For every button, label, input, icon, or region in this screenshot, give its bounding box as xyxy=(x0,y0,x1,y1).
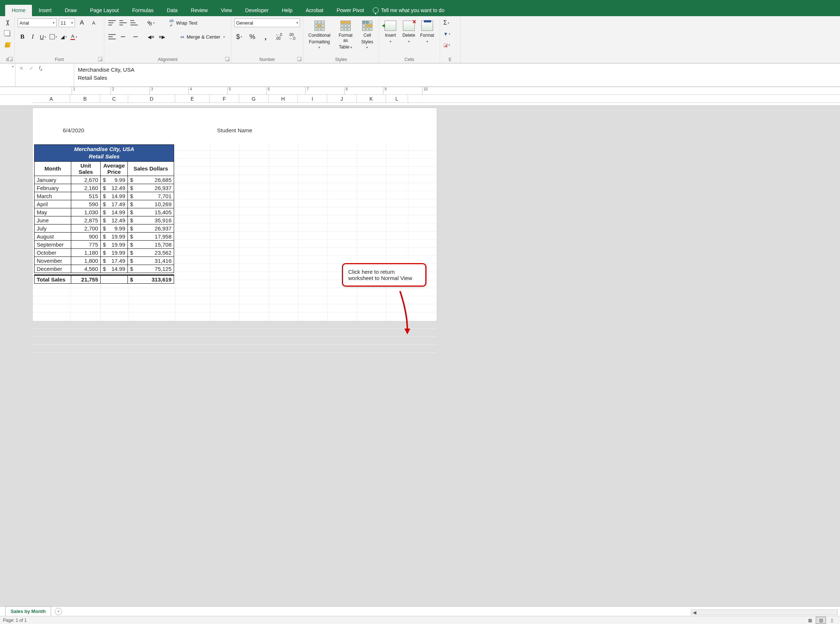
delete-cells-button[interactable]: Delete▾ xyxy=(400,19,417,44)
col-header-K[interactable]: K xyxy=(357,95,386,102)
italic-button[interactable]: I xyxy=(28,32,37,41)
insert-cells-button[interactable]: Insert▾ xyxy=(382,19,399,44)
cut-button[interactable] xyxy=(3,19,12,27)
col-header-H[interactable]: H xyxy=(268,95,298,102)
dialog-launcher-icon[interactable] xyxy=(8,57,13,61)
table-row[interactable]: February2,160$12.49$26,937 xyxy=(34,184,174,192)
col-header-B[interactable]: B xyxy=(70,95,100,102)
orientation-button[interactable]: ab▾ xyxy=(146,19,156,27)
tab-data[interactable]: Data xyxy=(160,5,184,16)
fx-icon[interactable]: fx xyxy=(39,65,42,72)
col-header-D[interactable]: D xyxy=(128,95,175,102)
tab-draw[interactable]: Draw xyxy=(58,5,83,16)
decrease-indent-button[interactable]: ◀≡ xyxy=(146,32,156,41)
increase-font-button[interactable]: A xyxy=(77,19,87,27)
tab-formulas[interactable]: Formulas xyxy=(126,5,160,16)
tell-me[interactable]: Tell me what you want to do xyxy=(371,5,451,16)
new-sheet-button[interactable]: + xyxy=(55,608,62,615)
table-row[interactable]: January2,670$9.99$26,685 xyxy=(34,176,174,184)
fill-button[interactable]: ▼▾ xyxy=(443,29,451,38)
scroll-left-button[interactable]: ◀ xyxy=(691,610,698,615)
table-row[interactable]: June2,875$12.49$35,916 xyxy=(34,216,174,224)
tab-view[interactable]: View xyxy=(214,5,239,16)
header-left[interactable]: 6/4/2020 xyxy=(63,127,177,133)
tab-review[interactable]: Review xyxy=(184,5,214,16)
font-color-button[interactable]: A▾ xyxy=(69,32,79,41)
merge-center-button[interactable]: ⇔ Merge & Center▾ xyxy=(177,32,228,41)
format-as-table-button[interactable]: Format asTable ▾ xyxy=(334,19,357,50)
bold-button[interactable]: B xyxy=(18,32,27,41)
col-header-A[interactable]: A xyxy=(33,95,70,102)
col-header-J[interactable]: J xyxy=(327,95,357,102)
column-headers[interactable]: ABCDEFGHIJKL xyxy=(33,95,840,103)
align-middle-button[interactable] xyxy=(118,19,128,27)
page-header[interactable]: 6/4/2020 Student Name xyxy=(33,127,437,133)
align-center-button[interactable] xyxy=(118,32,128,41)
tab-help[interactable]: Help xyxy=(275,5,299,16)
table-row[interactable]: May1,030$14.99$15,405 xyxy=(34,208,174,216)
tab-acrobat[interactable]: Acrobat xyxy=(299,5,330,16)
table-row[interactable]: March515$14.99$7,701 xyxy=(34,192,174,200)
font-size-combo[interactable]: 11▾ xyxy=(59,19,75,27)
formula-input[interactable]: Merchandise City, USA Retail Sales xyxy=(74,63,840,86)
col-header-L[interactable]: L xyxy=(386,95,408,102)
font-name-combo[interactable]: Arial▾ xyxy=(18,19,57,27)
table-row[interactable]: September775$19.99$15,708 xyxy=(34,240,174,249)
format-cells-button[interactable]: Format▾ xyxy=(419,19,436,44)
copy-button[interactable] xyxy=(3,29,12,38)
format-painter-button[interactable] xyxy=(3,40,12,49)
col-header-G[interactable]: G xyxy=(239,95,268,102)
cell-styles-button[interactable]: CellStyles ▾ xyxy=(359,19,376,50)
align-left-button[interactable] xyxy=(107,32,117,41)
fill-color-button[interactable]: ◢▾ xyxy=(59,32,68,41)
number-format-combo[interactable]: General▾ xyxy=(234,19,300,27)
page-layout-view-button[interactable]: ▥ xyxy=(816,617,826,624)
wrap-icon: ab↲ xyxy=(170,19,174,28)
accounting-format-button[interactable]: $▾ xyxy=(234,32,244,41)
name-box[interactable]: ▾ xyxy=(0,63,15,86)
table-row[interactable]: October1,180$19.99$23,562 xyxy=(34,249,174,256)
wrap-text-button[interactable]: ab↲ Wrap Text xyxy=(166,19,200,27)
horizontal-scrollbar[interactable]: ◀ xyxy=(691,609,838,615)
table-row[interactable]: November1,800$17.49$31,416 xyxy=(34,256,174,264)
header-center[interactable]: Student Name xyxy=(177,127,292,133)
align-right-button[interactable] xyxy=(129,32,139,41)
percent-format-button[interactable]: % xyxy=(248,32,257,41)
table-row[interactable]: August900$19.99$17,958 xyxy=(34,232,174,240)
tab-home[interactable]: Home xyxy=(5,5,32,16)
decrease-decimal-button[interactable]: .00→.0 xyxy=(287,32,297,41)
tab-power-pivot[interactable]: Power Pivot xyxy=(330,5,371,16)
clear-button[interactable]: ◪▾ xyxy=(443,40,450,49)
worksheet-area[interactable]: 6/4/2020 Student Name Merchandise City, … xyxy=(0,105,840,611)
tab-developer[interactable]: Developer xyxy=(239,5,276,16)
increase-indent-button[interactable]: ≡▶ xyxy=(157,32,167,41)
col-header-I[interactable]: I xyxy=(298,95,327,102)
tab-page-layout[interactable]: Page Layout xyxy=(83,5,126,16)
conditional-formatting-button[interactable]: ConditionalFormatting ▾ xyxy=(306,19,332,50)
dialog-launcher-icon[interactable] xyxy=(98,57,102,61)
table-row[interactable]: July2,700$9.99$26,937 xyxy=(34,224,174,232)
increase-decimal-button[interactable]: ←.0.00 xyxy=(274,32,284,41)
page-break-view-button[interactable]: ▯ xyxy=(827,617,837,624)
autosum-button[interactable]: Σ▾ xyxy=(443,19,450,27)
col-header-C[interactable]: C xyxy=(100,95,128,102)
cancel-formula-button[interactable]: ✕ xyxy=(19,65,24,72)
normal-view-button[interactable]: ▦ xyxy=(805,617,815,624)
underline-button[interactable]: U▾ xyxy=(38,32,48,41)
col-header-E[interactable]: E xyxy=(175,95,210,102)
align-bottom-button[interactable] xyxy=(129,19,139,27)
enter-formula-button[interactable]: ✓ xyxy=(29,65,34,72)
table-row[interactable]: April590$17.49$10,269 xyxy=(34,200,174,208)
dialog-launcher-icon[interactable] xyxy=(225,57,230,61)
tab-insert[interactable]: Insert xyxy=(32,5,58,16)
align-top-button[interactable] xyxy=(107,19,117,27)
sheet-tab-active[interactable]: Sales by Month xyxy=(5,606,51,617)
horizontal-ruler[interactable]: 12345678910 xyxy=(0,87,840,95)
col-header-F[interactable]: F xyxy=(210,95,239,102)
borders-button[interactable]: ▾ xyxy=(48,32,58,41)
table-row[interactable]: December4,560$14.99$75,125 xyxy=(34,264,174,273)
dialog-launcher-icon[interactable] xyxy=(297,57,302,61)
comma-format-button[interactable]: , xyxy=(261,32,270,41)
sales-table[interactable]: Merchandise City, USARetail Sales Month … xyxy=(34,144,174,284)
decrease-font-button[interactable]: A xyxy=(89,19,99,27)
